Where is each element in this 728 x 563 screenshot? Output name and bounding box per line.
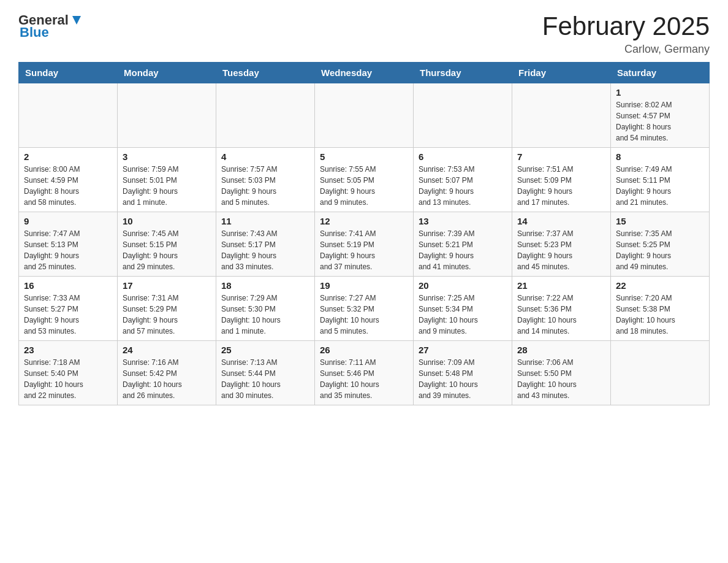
calendar-cell-w1-d4 — [315, 83, 414, 148]
day-info: Sunrise: 7:49 AM Sunset: 5:11 PM Dayligh… — [616, 164, 704, 208]
col-tuesday: Tuesday — [216, 63, 315, 83]
day-info: Sunrise: 7:51 AM Sunset: 5:09 PM Dayligh… — [517, 164, 605, 208]
calendar-cell-w1-d6 — [512, 83, 611, 148]
day-number: 8 — [616, 151, 704, 162]
day-info: Sunrise: 7:53 AM Sunset: 5:07 PM Dayligh… — [419, 164, 507, 208]
calendar-header-row: Sunday Monday Tuesday Wednesday Thursday… — [19, 63, 710, 83]
day-info: Sunrise: 7:41 AM Sunset: 5:19 PM Dayligh… — [320, 228, 408, 272]
day-info: Sunrise: 7:13 AM Sunset: 5:44 PM Dayligh… — [221, 357, 309, 401]
calendar-cell-w5-d7 — [611, 341, 710, 405]
day-info: Sunrise: 7:09 AM Sunset: 5:48 PM Dayligh… — [419, 357, 507, 401]
day-number: 7 — [517, 151, 605, 162]
day-info: Sunrise: 7:11 AM Sunset: 5:46 PM Dayligh… — [320, 357, 408, 401]
day-number: 3 — [123, 151, 211, 162]
day-info: Sunrise: 7:43 AM Sunset: 5:17 PM Dayligh… — [221, 228, 309, 272]
calendar-cell-w3-d3: 11Sunrise: 7:43 AM Sunset: 5:17 PM Dayli… — [216, 212, 315, 277]
day-number: 9 — [24, 216, 112, 226]
calendar-cell-w5-d2: 24Sunrise: 7:16 AM Sunset: 5:42 PM Dayli… — [118, 341, 216, 405]
calendar-week-5: 23Sunrise: 7:18 AM Sunset: 5:40 PM Dayli… — [19, 341, 710, 405]
calendar-cell-w5-d6: 28Sunrise: 7:06 AM Sunset: 5:50 PM Dayli… — [512, 341, 611, 405]
day-number: 11 — [221, 216, 309, 226]
title-section: February 2025 Carlow, Germany — [542, 12, 710, 56]
day-number: 27 — [419, 345, 507, 355]
day-info: Sunrise: 7:22 AM Sunset: 5:36 PM Dayligh… — [517, 293, 605, 337]
calendar-cell-w4-d7: 22Sunrise: 7:20 AM Sunset: 5:38 PM Dayli… — [611, 277, 710, 341]
calendar-cell-w1-d1 — [19, 83, 118, 148]
calendar-cell-w1-d3 — [216, 83, 315, 148]
svg-marker-0 — [72, 16, 81, 25]
location: Carlow, Germany — [542, 43, 710, 56]
day-info: Sunrise: 7:39 AM Sunset: 5:21 PM Dayligh… — [419, 228, 507, 272]
day-number: 16 — [24, 280, 112, 291]
day-number: 19 — [320, 280, 408, 291]
month-title: February 2025 — [542, 12, 710, 40]
col-friday: Friday — [512, 63, 611, 83]
calendar-cell-w5-d4: 26Sunrise: 7:11 AM Sunset: 5:46 PM Dayli… — [315, 341, 414, 405]
day-info: Sunrise: 7:06 AM Sunset: 5:50 PM Dayligh… — [517, 357, 605, 401]
calendar-cell-w2-d1: 2Sunrise: 8:00 AM Sunset: 4:59 PM Daylig… — [19, 148, 118, 212]
day-number: 22 — [616, 280, 704, 291]
day-number: 13 — [419, 216, 507, 226]
calendar-cell-w1-d2 — [118, 83, 216, 148]
calendar-cell-w5-d5: 27Sunrise: 7:09 AM Sunset: 5:48 PM Dayli… — [414, 341, 512, 405]
calendar-cell-w2-d3: 4Sunrise: 7:57 AM Sunset: 5:03 PM Daylig… — [216, 148, 315, 212]
calendar-cell-w4-d5: 20Sunrise: 7:25 AM Sunset: 5:34 PM Dayli… — [414, 277, 512, 341]
day-number: 14 — [517, 216, 605, 226]
calendar-cell-w4-d6: 21Sunrise: 7:22 AM Sunset: 5:36 PM Dayli… — [512, 277, 611, 341]
day-info: Sunrise: 7:25 AM Sunset: 5:34 PM Dayligh… — [419, 293, 507, 337]
day-info: Sunrise: 7:29 AM Sunset: 5:30 PM Dayligh… — [221, 293, 309, 337]
day-number: 28 — [517, 345, 605, 355]
day-info: Sunrise: 7:59 AM Sunset: 5:01 PM Dayligh… — [123, 164, 211, 208]
calendar-cell-w4-d4: 19Sunrise: 7:27 AM Sunset: 5:32 PM Dayli… — [315, 277, 414, 341]
day-number: 25 — [221, 345, 309, 355]
calendar-table: Sunday Monday Tuesday Wednesday Thursday… — [18, 62, 710, 405]
col-saturday: Saturday — [611, 63, 710, 83]
day-number: 12 — [320, 216, 408, 226]
day-info: Sunrise: 7:31 AM Sunset: 5:29 PM Dayligh… — [123, 293, 211, 337]
calendar-cell-w1-d7: 1Sunrise: 8:02 AM Sunset: 4:57 PM Daylig… — [611, 83, 710, 148]
day-number: 20 — [419, 280, 507, 291]
col-thursday: Thursday — [414, 63, 512, 83]
day-number: 1 — [616, 87, 704, 98]
calendar-cell-w3-d4: 12Sunrise: 7:41 AM Sunset: 5:19 PM Dayli… — [315, 212, 414, 277]
calendar-week-3: 9Sunrise: 7:47 AM Sunset: 5:13 PM Daylig… — [19, 212, 710, 277]
calendar-week-2: 2Sunrise: 8:00 AM Sunset: 4:59 PM Daylig… — [19, 148, 710, 212]
day-number: 18 — [221, 280, 309, 291]
day-info: Sunrise: 7:47 AM Sunset: 5:13 PM Dayligh… — [24, 228, 112, 272]
day-number: 6 — [419, 151, 507, 162]
calendar-cell-w3-d1: 9Sunrise: 7:47 AM Sunset: 5:13 PM Daylig… — [19, 212, 118, 277]
day-number: 4 — [221, 151, 309, 162]
day-info: Sunrise: 8:00 AM Sunset: 4:59 PM Dayligh… — [24, 164, 112, 208]
calendar-cell-w2-d7: 8Sunrise: 7:49 AM Sunset: 5:11 PM Daylig… — [611, 148, 710, 212]
page-header: General Blue February 2025 Carlow, Germa… — [18, 12, 710, 56]
calendar-cell-w5-d1: 23Sunrise: 7:18 AM Sunset: 5:40 PM Dayli… — [19, 341, 118, 405]
day-info: Sunrise: 7:16 AM Sunset: 5:42 PM Dayligh… — [123, 357, 211, 401]
calendar-cell-w4-d3: 18Sunrise: 7:29 AM Sunset: 5:30 PM Dayli… — [216, 277, 315, 341]
calendar-week-1: 1Sunrise: 8:02 AM Sunset: 4:57 PM Daylig… — [19, 83, 710, 148]
day-number: 2 — [24, 151, 112, 162]
calendar-cell-w3-d6: 14Sunrise: 7:37 AM Sunset: 5:23 PM Dayli… — [512, 212, 611, 277]
calendar-cell-w2-d2: 3Sunrise: 7:59 AM Sunset: 5:01 PM Daylig… — [118, 148, 216, 212]
logo-triangle-icon — [70, 13, 83, 27]
day-info: Sunrise: 7:35 AM Sunset: 5:25 PM Dayligh… — [616, 228, 704, 272]
day-info: Sunrise: 8:02 AM Sunset: 4:57 PM Dayligh… — [616, 99, 704, 144]
col-sunday: Sunday — [19, 63, 118, 83]
calendar-cell-w2-d6: 7Sunrise: 7:51 AM Sunset: 5:09 PM Daylig… — [512, 148, 611, 212]
day-info: Sunrise: 7:55 AM Sunset: 5:05 PM Dayligh… — [320, 164, 408, 208]
calendar-cell-w3-d2: 10Sunrise: 7:45 AM Sunset: 5:15 PM Dayli… — [118, 212, 216, 277]
day-number: 21 — [517, 280, 605, 291]
day-number: 5 — [320, 151, 408, 162]
calendar-cell-w2-d4: 5Sunrise: 7:55 AM Sunset: 5:05 PM Daylig… — [315, 148, 414, 212]
calendar-cell-w2-d5: 6Sunrise: 7:53 AM Sunset: 5:07 PM Daylig… — [414, 148, 512, 212]
day-info: Sunrise: 7:27 AM Sunset: 5:32 PM Dayligh… — [320, 293, 408, 337]
col-wednesday: Wednesday — [315, 63, 414, 83]
day-number: 23 — [24, 345, 112, 355]
calendar-week-4: 16Sunrise: 7:33 AM Sunset: 5:27 PM Dayli… — [19, 277, 710, 341]
col-monday: Monday — [118, 63, 216, 83]
day-number: 15 — [616, 216, 704, 226]
calendar-cell-w4-d2: 17Sunrise: 7:31 AM Sunset: 5:29 PM Dayli… — [118, 277, 216, 341]
calendar-cell-w3-d5: 13Sunrise: 7:39 AM Sunset: 5:21 PM Dayli… — [414, 212, 512, 277]
day-info: Sunrise: 7:57 AM Sunset: 5:03 PM Dayligh… — [221, 164, 309, 208]
calendar-cell-w1-d5 — [414, 83, 512, 148]
day-number: 10 — [123, 216, 211, 226]
